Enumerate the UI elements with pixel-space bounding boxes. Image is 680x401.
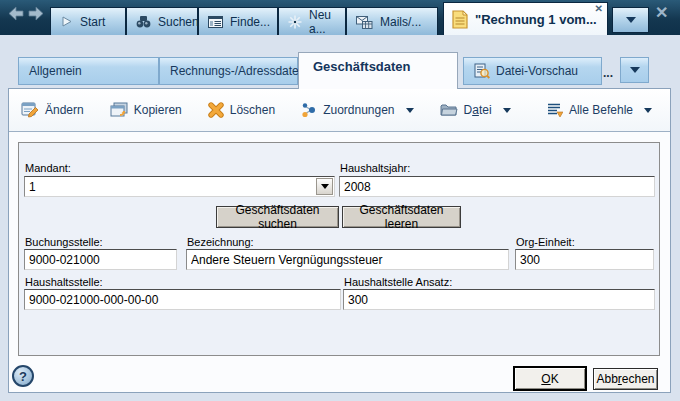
kopieren-button[interactable]: Kopieren — [110, 102, 182, 118]
abbrechen-button[interactable]: Abbrechen — [593, 368, 658, 390]
tab-rechnung-active[interactable]: "Rechnung 1 vom... ✕ — [443, 2, 608, 35]
haushaltstelle-ansatz-field[interactable] — [343, 289, 655, 310]
top-tabs-dropdown-button[interactable] — [612, 7, 649, 33]
chevron-down-icon — [321, 184, 329, 189]
haushaltsjahr-label: Haushaltsjahr: — [340, 162, 410, 174]
tab-overflow-indicator: ... — [603, 66, 613, 80]
chevron-down-icon — [406, 108, 414, 113]
tab-label: Rechnungs-/Adressdaten — [170, 64, 305, 78]
toolbar-label: Datei — [464, 103, 492, 117]
org-einheit-field[interactable] — [515, 249, 654, 270]
start-icon — [60, 15, 73, 28]
edit-document-icon — [21, 102, 39, 118]
toolbar-label: Zuordnungen — [323, 103, 394, 117]
ok-button[interactable]: OK — [513, 366, 587, 391]
toolbar-label: Alle Befehle — [569, 103, 633, 117]
tab-label: Neu a... — [309, 8, 336, 36]
starburst-icon — [288, 15, 302, 29]
geschaeftsdaten-leeren-button[interactable]: Geschäftsdaten leeren — [342, 206, 461, 228]
toolbar-label: Kopieren — [134, 103, 182, 117]
app-window: Start Suchen Finde... Neu a... Mails/... — [0, 0, 680, 401]
zuordnungen-menu-button[interactable]: Zuordnungen — [301, 102, 413, 118]
tab-label: Finde... — [230, 15, 270, 29]
form-window-icon — [208, 16, 223, 28]
delete-x-icon — [208, 102, 224, 118]
tab-datei-vorschau[interactable]: Datei-Vorschau — [463, 57, 602, 85]
mail-calendar-icon — [356, 15, 373, 29]
chevron-down-icon — [626, 17, 636, 23]
buchungsstelle-label: Buchungsstelle: — [25, 236, 103, 248]
tab-label: Start — [80, 15, 105, 29]
tab-rechnungs-adressdaten[interactable]: Rechnungs-/Adressdaten — [159, 57, 298, 85]
folder-icon — [440, 103, 458, 117]
loeschen-button[interactable]: Löschen — [208, 102, 275, 118]
chevron-down-icon — [503, 108, 511, 113]
tab-label: Mails/... — [380, 15, 421, 29]
mandant-combobox[interactable] — [24, 176, 335, 197]
command-list-icon — [546, 102, 563, 118]
tab-geschaeftsdaten-active[interactable]: Geschäftsdaten — [298, 52, 458, 89]
mandant-dropdown-button[interactable] — [316, 178, 333, 195]
tab-label: Suchen — [158, 15, 199, 29]
main-panel: Ändern Kopieren Löschen Zuordnungen — [8, 88, 671, 393]
tab-finde[interactable]: Finde... — [198, 7, 278, 35]
haushaltsjahr-field[interactable] — [339, 176, 655, 197]
alle-befehle-menu-button[interactable]: Alle Befehle — [546, 102, 652, 118]
tab-label: Geschäftsdaten — [313, 59, 411, 74]
top-tab-bar: Start Suchen Finde... Neu a... Mails/... — [0, 0, 680, 35]
toolbar-label: Ändern — [45, 103, 84, 117]
aendern-button[interactable]: Ändern — [21, 102, 84, 118]
binoculars-icon — [136, 15, 151, 28]
help-button[interactable]: ? — [12, 365, 34, 387]
toolbar: Ändern Kopieren Löschen Zuordnungen — [9, 89, 670, 132]
tab-label: "Rechnung 1 vom... — [475, 12, 597, 27]
document-preview-icon — [474, 63, 490, 79]
tab-neu[interactable]: Neu a... — [278, 7, 346, 35]
mandant-label: Mandant: — [25, 162, 71, 174]
forward-arrow-icon[interactable] — [28, 6, 45, 21]
tab-label: Allgemein — [29, 64, 82, 78]
datei-menu-button[interactable]: Datei — [440, 103, 511, 117]
tab-close-icon[interactable]: ✕ — [595, 4, 603, 14]
doc-tabs-dropdown-button[interactable] — [620, 57, 649, 83]
org-einheit-label: Org-Einheit: — [516, 236, 575, 248]
tab-label: Datei-Vorschau — [496, 64, 578, 78]
yellow-document-icon — [452, 10, 468, 29]
geschaeftsdaten-groupbox: Mandant: Haushaltsjahr: Geschäftsdaten s… — [18, 142, 660, 356]
bezeichnung-field[interactable] — [186, 249, 509, 270]
tab-mails[interactable]: Mails/... — [346, 7, 438, 35]
tab-suchen[interactable]: Suchen — [126, 7, 198, 35]
window-close-icon[interactable]: ✕ — [655, 3, 668, 22]
haushaltstelle-ansatz-label: Haushaltstelle Ansatz: — [344, 276, 452, 288]
chevron-down-icon — [644, 108, 652, 113]
tab-start[interactable]: Start — [50, 7, 126, 35]
toolbar-label: Löschen — [230, 103, 275, 117]
copy-icon — [110, 102, 128, 118]
nav-arrows — [7, 6, 45, 21]
haushaltsstelle-field[interactable] — [24, 289, 341, 310]
mandant-value[interactable] — [25, 177, 316, 196]
chevron-down-icon — [630, 67, 640, 73]
relations-icon — [301, 102, 317, 118]
back-arrow-icon[interactable] — [7, 6, 24, 21]
buchungsstelle-field[interactable] — [24, 249, 177, 270]
tab-allgemein[interactable]: Allgemein — [18, 57, 159, 85]
geschaeftsdaten-suchen-button[interactable]: Geschäftsdaten suchen — [216, 206, 339, 228]
haushaltsstelle-label: Haushaltsstelle: — [25, 276, 103, 288]
bezeichnung-label: Bezeichnung: — [187, 236, 254, 248]
